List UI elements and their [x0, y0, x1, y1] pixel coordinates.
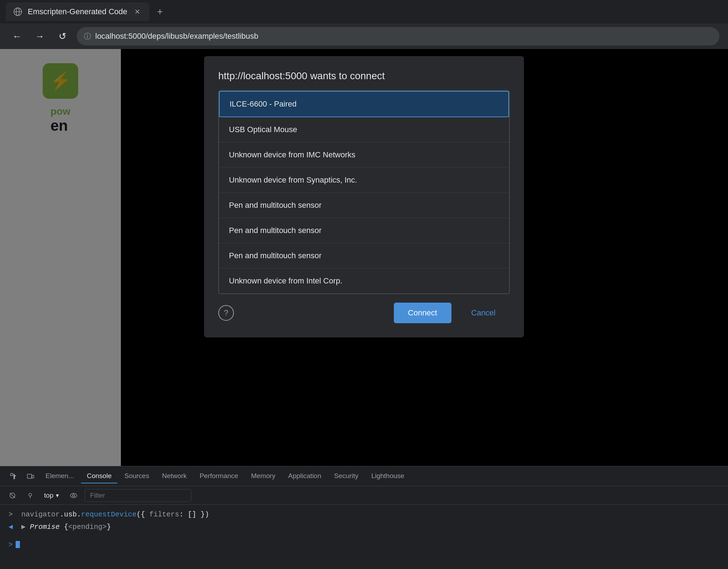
- filter-button[interactable]: [23, 489, 37, 502]
- bottom-prompt-arrow: >: [9, 540, 13, 548]
- top-context-label: top: [44, 492, 53, 499]
- devtools-tab-performance[interactable]: Performance: [194, 469, 244, 483]
- console-input-code: navigator.usb.requestDevice({ filters: […: [21, 510, 209, 519]
- top-context-dropdown[interactable]: top ▼: [41, 490, 63, 501]
- devtools-tab-memory[interactable]: Memory: [245, 469, 281, 483]
- connect-button[interactable]: Connect: [394, 303, 451, 323]
- page-content: pow en http://localhost:5000 wants to co…: [0, 49, 728, 466]
- device-item-ilce6600[interactable]: ILCE-6600 - Paired: [219, 91, 509, 117]
- console-output-code: ▶ Promise {<pending>}: [21, 522, 111, 531]
- console-cursor: [16, 541, 20, 548]
- device-item-pen-multi-1[interactable]: Pen and multitouch sensor: [219, 193, 509, 218]
- console-filter-input[interactable]: [85, 489, 191, 502]
- devtools-tab-sources[interactable]: Sources: [119, 469, 155, 483]
- device-item-synaptics[interactable]: Unknown device from Synaptics, Inc.: [219, 168, 509, 193]
- devtools-toolbar: top ▼: [0, 486, 728, 505]
- devtools-panel: Elemen... Console Sources Network Perfor…: [0, 466, 728, 569]
- address-text: localhost:5000/deps/libusb/examples/test…: [95, 32, 258, 41]
- dialog-overlay: http://localhost:5000 wants to connect I…: [0, 49, 728, 466]
- console-line-input: > navigator.usb.requestDevice({ filters:…: [9, 510, 719, 519]
- browser-tab[interactable]: Emscripten-Generated Code ✕: [6, 2, 149, 21]
- device-item-imc-networks[interactable]: Unknown device from IMC Networks: [219, 142, 509, 168]
- chevron-down-icon: ▼: [55, 493, 60, 498]
- browser-chrome: Emscripten-Generated Code ✕ + ← → ↺ ⓘ lo…: [0, 0, 728, 49]
- devtools-device-icon[interactable]: [23, 468, 38, 484]
- device-list: ILCE-6600 - Paired USB Optical Mouse Unk…: [218, 90, 510, 294]
- tab-title: Emscripten-Generated Code: [28, 7, 127, 16]
- eye-button[interactable]: [67, 489, 80, 502]
- devtools-bottom-prompt: >: [0, 537, 728, 552]
- device-item-usb-mouse[interactable]: USB Optical Mouse: [219, 117, 509, 142]
- svg-point-10: [73, 494, 75, 497]
- devtools-tab-lighthouse[interactable]: Lighthouse: [365, 469, 410, 483]
- devtools-console: > navigator.usb.requestDevice({ filters:…: [0, 505, 728, 537]
- dialog-buttons: Connect Cancel: [394, 303, 510, 323]
- address-bar-row: ← → ↺ ⓘ localhost:5000/deps/libusb/examp…: [0, 23, 728, 49]
- device-item-pen-multi-3[interactable]: Pen and multitouch sensor: [219, 243, 509, 269]
- back-button[interactable]: ←: [9, 28, 26, 45]
- new-tab-button[interactable]: +: [152, 4, 168, 20]
- tab-bar: Emscripten-Generated Code ✕ +: [0, 0, 728, 23]
- help-icon[interactable]: ?: [218, 305, 234, 321]
- device-item-intel-corp[interactable]: Unknown device from Intel Corp.: [219, 269, 509, 293]
- devtools-tab-console[interactable]: Console: [81, 469, 117, 483]
- address-info-icon: ⓘ: [84, 32, 91, 41]
- address-bar[interactable]: ⓘ localhost:5000/deps/libusb/examples/te…: [77, 27, 719, 45]
- svg-point-9: [70, 493, 77, 498]
- console-output-arrow: ◀: [9, 522, 17, 531]
- svg-rect-3: [27, 474, 32, 478]
- devtools-select-icon[interactable]: [6, 468, 21, 484]
- device-item-pen-multi-2[interactable]: Pen and multitouch sensor: [219, 218, 509, 243]
- usb-dialog: http://localhost:5000 wants to connect I…: [204, 56, 524, 337]
- svg-point-7: [29, 493, 32, 496]
- console-input-prompt: >: [9, 510, 17, 519]
- devtools-tabs: Elemen... Console Sources Network Perfor…: [0, 466, 728, 486]
- reload-button[interactable]: ↺: [54, 28, 71, 45]
- tab-favicon: [13, 7, 23, 17]
- console-line-output: ◀ ▶ Promise {<pending>}: [9, 522, 719, 531]
- tab-close-button[interactable]: ✕: [132, 7, 142, 17]
- devtools-tab-elements[interactable]: Elemen...: [40, 469, 80, 483]
- devtools-tab-application[interactable]: Application: [283, 469, 327, 483]
- dialog-title: http://localhost:5000 wants to connect: [218, 70, 510, 82]
- forward-button[interactable]: →: [31, 28, 48, 45]
- dialog-footer: ? Connect Cancel: [218, 303, 510, 323]
- devtools-tab-security[interactable]: Security: [328, 469, 364, 483]
- cancel-button[interactable]: Cancel: [457, 303, 510, 323]
- clear-console-button[interactable]: [6, 489, 19, 502]
- devtools-tab-network[interactable]: Network: [156, 469, 193, 483]
- svg-rect-4: [32, 475, 34, 478]
